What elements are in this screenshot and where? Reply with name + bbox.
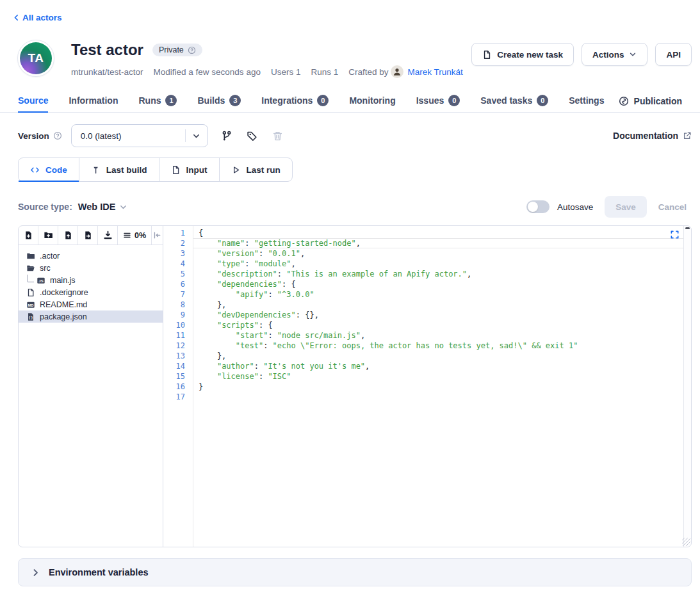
toggle-knob: [528, 202, 538, 212]
code-line[interactable]: 17: [163, 392, 683, 402]
author-link[interactable]: Marek Trunkát: [407, 67, 462, 77]
line-content: }: [193, 382, 683, 392]
subtab-last-build[interactable]: Last build: [79, 158, 159, 181]
code-line[interactable]: 6 "dependencies": {: [163, 279, 683, 289]
source-type-label: Source type:: [18, 202, 72, 212]
visibility-badge: Private: [152, 44, 202, 56]
chevron-down-icon: [629, 51, 637, 58]
code-line[interactable]: 10 "scripts": {: [163, 320, 683, 330]
tab-label: Builds: [197, 95, 225, 106]
code-line[interactable]: 12 "test": "echo \"Error: oops, the acto…: [163, 341, 683, 351]
file-name: .actor: [40, 252, 60, 261]
main-tabs: SourceInformationRuns1Builds3Integration…: [18, 90, 604, 112]
fullscreen-icon[interactable]: [670, 230, 680, 239]
tab-monitoring[interactable]: Monitoring: [349, 90, 395, 113]
tab-information[interactable]: Information: [69, 90, 118, 113]
subtab-code[interactable]: Code: [19, 158, 79, 181]
code-line[interactable]: 11 "start": "node src/main.js",: [163, 330, 683, 341]
subtab-label: Input: [186, 165, 208, 175]
code-line[interactable]: 8 },: [163, 300, 683, 310]
import-file-button[interactable]: [78, 226, 98, 245]
download-button[interactable]: [98, 226, 118, 245]
back-to-all-actors-link[interactable]: All actors: [13, 13, 62, 22]
tab-label: Runs: [138, 95, 161, 106]
tab-issues[interactable]: Issues0: [416, 90, 460, 113]
file-package-json[interactable]: { }package.json: [19, 310, 163, 323]
code-lines: 1{2 "name": "getting-started-node",3 "ve…: [163, 226, 683, 547]
subtab-label: Code: [45, 165, 67, 175]
tab-badge: 0: [537, 95, 548, 106]
subtab-label: Last build: [106, 165, 147, 175]
add-folder-button[interactable]: [38, 226, 58, 245]
chevron-right-icon: [31, 568, 40, 577]
cancel-button[interactable]: Cancel: [658, 202, 687, 212]
help-icon[interactable]: [53, 131, 62, 140]
file-readme-md[interactable]: MDREADME.md: [19, 298, 163, 310]
runs-count: Runs 1: [311, 67, 338, 77]
collapse-tree-button[interactable]: [152, 226, 163, 245]
autosave-label: Autosave: [557, 202, 593, 212]
code-line[interactable]: 15 "license": "ISC": [163, 371, 683, 382]
code-line[interactable]: 14 "author": "It's not you it's me",: [163, 361, 683, 371]
code-editor[interactable]: 1{2 "name": "getting-started-node",3 "ve…: [163, 226, 691, 547]
help-icon[interactable]: [188, 46, 196, 54]
file-actor[interactable]: .actor: [19, 250, 163, 262]
tag-icon[interactable]: [241, 125, 263, 147]
code-line[interactable]: 16}: [163, 382, 683, 392]
file-icon: [26, 288, 35, 297]
chevron-down-icon: [186, 132, 208, 140]
file-main-js[interactable]: JSmain.js: [19, 274, 163, 286]
subtab-last-run[interactable]: Last run: [220, 158, 292, 181]
json-file-icon: { }: [26, 312, 35, 321]
code-line[interactable]: 13 },: [163, 351, 683, 361]
line-content: },: [193, 300, 683, 310]
add-file-button[interactable]: [19, 226, 38, 245]
trash-icon[interactable]: [267, 125, 289, 147]
autosave-toggle[interactable]: [526, 200, 549, 213]
code-line[interactable]: 9 "devDependencies": {},: [163, 310, 683, 320]
line-content: "start": "node src/main.js",: [193, 330, 683, 341]
crafted-by: Crafted by Marek Trunkát: [348, 65, 463, 78]
code-line[interactable]: 3 "version": "0.0.1",: [163, 248, 683, 259]
vertical-scrollbar[interactable]: [683, 226, 691, 547]
tab-publication[interactable]: Publication: [619, 90, 682, 112]
branch-icon[interactable]: [216, 125, 238, 147]
tree-zoom-indicator[interactable]: 0%: [118, 226, 152, 245]
tab-settings[interactable]: Settings: [569, 90, 604, 113]
save-button[interactable]: Save: [605, 196, 647, 218]
scrollbar-thumb[interactable]: [685, 227, 690, 229]
line-content: "name": "getting-started-node",: [193, 238, 683, 248]
subtab-input[interactable]: Input: [159, 158, 220, 181]
create-new-task-button[interactable]: Create new task: [471, 43, 574, 66]
main-tab-bar: SourceInformationRuns1Builds3Integration…: [0, 90, 700, 113]
tab-source[interactable]: Source: [18, 90, 48, 113]
code-line[interactable]: 5 "description": "This is an example of …: [163, 269, 683, 279]
upload-file-button[interactable]: [58, 226, 78, 245]
line-content: "type": "module",: [193, 259, 683, 269]
js-file-icon: JS: [37, 276, 45, 285]
version-select[interactable]: 0.0 (latest): [71, 124, 208, 147]
code-line[interactable]: 2 "name": "getting-started-node",: [163, 238, 683, 248]
external-link-icon: [683, 131, 692, 140]
web-ide: 0% .actorsrcJSmain.js.dockerignoreMDREAD…: [18, 225, 692, 547]
source-type-select[interactable]: Web IDE: [78, 202, 128, 212]
tab-label: Monitoring: [349, 95, 395, 106]
code-line[interactable]: 7 "apify": "^3.0.0": [163, 289, 683, 300]
file-src[interactable]: src: [19, 262, 163, 274]
resize-grip[interactable]: [682, 538, 690, 546]
tab-integrations[interactable]: Integrations0: [261, 90, 329, 113]
environment-variables-accordion[interactable]: Environment variables: [18, 558, 692, 586]
api-button[interactable]: API: [655, 43, 692, 66]
tab-builds[interactable]: Builds3: [197, 90, 241, 113]
svg-text:{ }: { }: [29, 316, 33, 319]
tab-saved-tasks[interactable]: Saved tasks0: [480, 90, 548, 113]
documentation-link[interactable]: Documentation: [613, 131, 692, 141]
line-content: "version": "0.0.1",: [193, 248, 683, 259]
code-line[interactable]: 4 "type": "module",: [163, 259, 683, 269]
file-dockerignore[interactable]: .dockerignore: [19, 286, 163, 298]
line-number: 2: [163, 238, 193, 248]
documentation-label: Documentation: [613, 131, 678, 141]
tab-runs[interactable]: Runs1: [138, 90, 177, 113]
code-line[interactable]: 1{: [163, 228, 683, 238]
actions-menu-button[interactable]: Actions: [582, 43, 648, 66]
